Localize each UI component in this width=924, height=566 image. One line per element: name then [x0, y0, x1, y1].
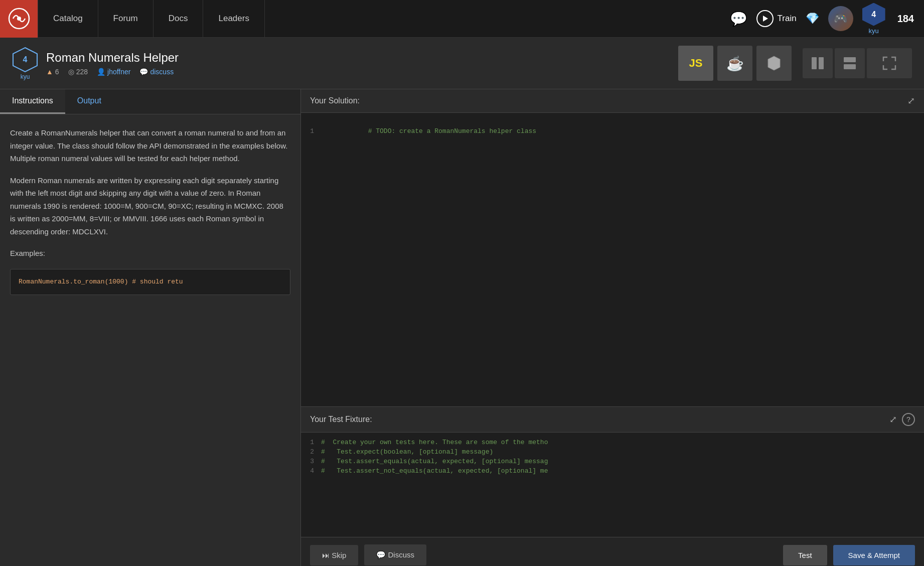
kyu-badge[interactable]: 4 kyu [862, 3, 885, 35]
kata-stars: ◎ 228 [68, 68, 88, 76]
topnav-right: 💬 Train 💎 🎮 4 kyu 184 [730, 3, 924, 35]
nav-links: Catalog Forum Docs Leaders [38, 0, 730, 38]
lang-crystal-button[interactable] [756, 46, 792, 81]
lang-buttons: JS ☕ [678, 46, 792, 81]
test-line-num-1: 1 [301, 439, 321, 446]
nav-leaders[interactable]: Leaders [203, 0, 264, 38]
main-content: Instructions Output Create a RomanNumera… [0, 89, 924, 566]
kata-info: Roman Numerals Helper ▲ 6 ◎ 228 👤 jhoffn… [46, 51, 179, 76]
test-fixture-help-button[interactable]: ? [902, 413, 915, 426]
test-button[interactable]: Test [783, 545, 827, 565]
test-line-4: 4 # Test.assert_not_equals(actual, expec… [301, 466, 924, 476]
kyu-label: kyu [869, 27, 879, 35]
svg-rect-7 [844, 57, 856, 62]
skip-button[interactable]: ⏭ Skip [310, 545, 358, 565]
tab-instructions[interactable]: Instructions [0, 89, 65, 114]
kata-kyu-text: kyu [21, 73, 30, 80]
train-button[interactable]: Train [756, 10, 797, 27]
kata-author: 👤 jhoffner [97, 68, 130, 76]
kata-kyu-badge: 4 kyu [12, 47, 38, 80]
test-fixture-label: Your Test Fixture: [310, 415, 372, 424]
examples-label: Examples: [10, 247, 290, 260]
test-line-content-2: # Test.expect(boolean, [optional] messag… [321, 448, 493, 456]
lang-coffeescript-button[interactable]: ☕ [717, 46, 752, 81]
svg-rect-5 [812, 57, 817, 69]
test-fixture-icons: ⤢ ? [889, 413, 915, 426]
test-line-content-1: # Create your own tests here. These are … [321, 439, 548, 446]
svg-rect-6 [819, 57, 824, 69]
solution-line-num-1: 1 [301, 127, 321, 135]
save-attempt-button[interactable]: Save & Attempt [833, 545, 915, 565]
gem-icon[interactable]: 💎 [806, 12, 819, 25]
solution-section: Your Solution: ⤢ 1 # TODO: create a Roma… [301, 89, 924, 406]
solution-header: Your Solution: ⤢ [301, 89, 924, 113]
solution-editor[interactable]: 1 # TODO: create a RomanNumerals helper … [301, 113, 924, 406]
svg-point-1 [17, 17, 21, 21]
nav-forum[interactable]: Forum [98, 0, 153, 38]
test-line-content-3: # Test.assert_equals(actual, expected, [… [321, 458, 548, 465]
test-line-num-3: 3 [301, 458, 321, 465]
code-example: RomanNumerals.to_roman(1000) # should re… [10, 269, 290, 295]
svg-marker-2 [763, 16, 768, 22]
test-line-num-4: 4 [301, 467, 321, 475]
kata-header: 4 kyu Roman Numerals Helper ▲ 6 ◎ 228 👤 … [0, 38, 924, 89]
solution-expand-button[interactable]: ⤢ [907, 95, 915, 106]
kata-kyu-number: 4 [23, 55, 28, 64]
test-fixture-section: Your Test Fixture: ⤢ ? 1 # Create your o… [301, 406, 924, 537]
train-play-icon [756, 10, 774, 27]
topnav: Catalog Forum Docs Leaders 💬 Train 💎 🎮 4… [0, 0, 924, 38]
test-line-3: 3 # Test.assert_equals(actual, expected,… [301, 457, 924, 466]
view-buttons [803, 48, 912, 78]
logo[interactable] [0, 0, 38, 38]
lang-js-button[interactable]: JS [678, 46, 713, 81]
svg-rect-8 [844, 64, 856, 69]
tab-output[interactable]: Output [65, 89, 113, 114]
kata-header-left: 4 kyu Roman Numerals Helper ▲ 6 ◎ 228 👤 … [12, 47, 179, 80]
fullscreen-button[interactable] [867, 48, 912, 78]
kata-discuss-link[interactable]: 💬 discuss [139, 68, 174, 76]
instructions-para2: Modern Roman numerals are written by exp… [10, 174, 290, 238]
user-avatar[interactable]: 🎮 [828, 6, 853, 31]
test-fixture-header: Your Test Fixture: ⤢ ? [301, 407, 924, 433]
test-fixture-code[interactable]: 1 # Create your own tests here. These ar… [301, 433, 924, 537]
test-line-num-2: 2 [301, 448, 321, 456]
test-line-content-4: # Test.assert_not_equals(actual, expecte… [321, 467, 548, 475]
kyu-hex: 4 [862, 3, 885, 26]
chat-icon[interactable]: 💬 [730, 11, 747, 27]
kata-title: Roman Numerals Helper [46, 51, 179, 65]
kata-meta: ▲ 6 ◎ 228 👤 jhoffner 💬 discuss [46, 68, 179, 76]
kata-author-link[interactable]: jhoffner [107, 68, 130, 76]
kata-discuss-text[interactable]: discuss [150, 68, 174, 76]
right-panel: Your Solution: ⤢ 1 # TODO: create a Roma… [301, 89, 924, 566]
split-vertical-view-button[interactable] [803, 48, 833, 78]
svg-marker-4 [768, 56, 780, 70]
left-panel: Instructions Output Create a RomanNumera… [0, 89, 301, 566]
solution-code-1: # TODO: create a RomanNumerals helper cl… [321, 120, 536, 143]
test-line-2: 2 # Test.expect(boolean, [optional] mess… [301, 447, 924, 457]
nav-docs[interactable]: Docs [153, 0, 204, 38]
train-label: Train [778, 14, 797, 24]
solution-line-1: 1 # TODO: create a RomanNumerals helper … [301, 119, 924, 144]
nav-catalog[interactable]: Catalog [38, 0, 98, 38]
instructions-body: Create a RomanNumerals helper that can c… [0, 114, 300, 566]
solution-label: Your Solution: [310, 96, 360, 105]
kata-powerups: ▲ 6 [46, 68, 59, 76]
bottom-bar: ⏭ Skip 💬 Discuss Test Save & Attempt [301, 537, 924, 566]
tabs-bar: Instructions Output [0, 89, 300, 114]
split-horizontal-view-button[interactable] [835, 48, 865, 78]
kata-lang-selector: JS ☕ [678, 46, 912, 81]
discuss-button[interactable]: 💬 Discuss [364, 544, 426, 565]
user-score: 184 [897, 13, 914, 25]
instructions-para1: Create a RomanNumerals helper that can c… [10, 126, 290, 165]
test-line-1: 1 # Create your own tests here. These ar… [301, 438, 924, 447]
code-example-text: RomanNumerals.to_roman(1000) # should re… [19, 278, 183, 286]
test-fixture-expand-button[interactable]: ⤢ [889, 413, 897, 426]
